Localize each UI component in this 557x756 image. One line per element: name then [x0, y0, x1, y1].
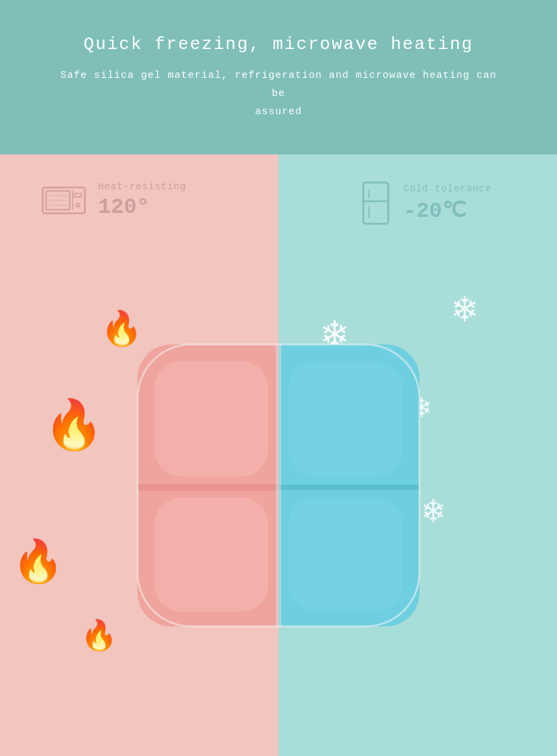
snowflake-icon-4: ❄ [453, 285, 476, 333]
fire-icon-3: 🔥 [12, 537, 64, 588]
microwave-icon [40, 182, 87, 219]
plate-container [117, 324, 440, 647]
cold-value: -20℃ [403, 197, 492, 224]
cold-label: Cold tolerance [403, 183, 492, 194]
heat-value: 120° [98, 195, 187, 220]
cold-text: Cold tolerance -20℃ [403, 183, 492, 224]
svg-rect-8 [363, 183, 388, 224]
svg-rect-25 [154, 361, 268, 477]
fire-icon-2: 🔥 [44, 396, 104, 456]
svg-rect-23 [276, 344, 281, 626]
svg-rect-28 [289, 498, 403, 612]
svg-point-3 [76, 203, 79, 207]
top-section: Quick freezing, microwave heating Safe s… [0, 0, 557, 154]
svg-rect-26 [154, 498, 268, 612]
svg-rect-2 [74, 193, 82, 197]
heat-text: Heat-resisting 120° [98, 181, 187, 220]
plate-svg [117, 324, 440, 647]
fire-icon-4: 🔥 [81, 618, 117, 654]
svg-rect-27 [289, 361, 403, 477]
cold-info-box: Cold tolerance -20℃ [359, 181, 492, 225]
bottom-section: Heat-resisting 120° 🔥 🔥 🔥 🔥 Cold toleran… [0, 154, 557, 756]
heat-label: Heat-resisting [98, 181, 187, 192]
main-title: Quick freezing, microwave heating [84, 34, 474, 54]
subtitle: Safe silica gel material, refrigeration … [54, 66, 503, 121]
heat-info-box: Heat-resisting 120° [40, 181, 187, 220]
fridge-icon [359, 181, 393, 225]
